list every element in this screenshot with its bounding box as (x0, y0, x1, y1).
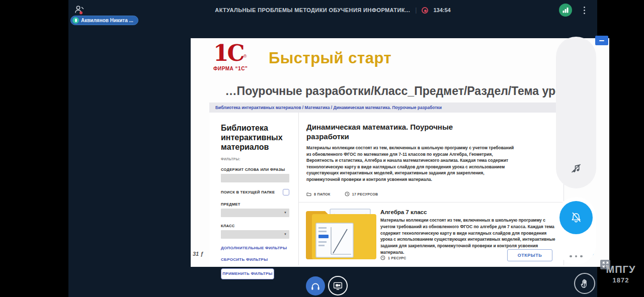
breadcrumb[interactable]: Библиотека интерактивных материалов / Ма… (209, 103, 564, 113)
more-menu-icon[interactable] (580, 4, 589, 16)
folder-meta: 8 ПАПОК 17 РЕСУРСОВ (306, 191, 378, 196)
additional-filters-link[interactable]: ДОПОЛНИТЕЛЬНЫЕ ФИЛЬТРЫ (221, 246, 289, 250)
subject-select[interactable] (221, 209, 289, 217)
folder-thumbnail (305, 206, 376, 261)
resource-icon (380, 255, 385, 260)
reset-filters-link[interactable]: СБРОСИТЬ ФИЛЬТРЫ (221, 257, 289, 262)
side-toolbar (556, 37, 596, 188)
screen-share-button[interactable] (328, 276, 348, 295)
topbar: АКТУАЛЬНЫЕ ПРОБЛЕМЫ МЕТОДИКИ ОБУЧЕНИЯ ИН… (68, 0, 597, 20)
active-speaker-chip[interactable]: Аквилянов Никита ... (70, 16, 138, 25)
course-card[interactable]: Алгебра 7 класс Материалы коллекции сост… (305, 206, 559, 263)
divider (299, 202, 564, 203)
class-select[interactable] (221, 230, 289, 239)
raise-hand-button[interactable] (574, 273, 595, 294)
class-label: КЛАСС (221, 224, 289, 228)
topbar-divider: | (415, 7, 417, 14)
folder-description: Материалы коллекции состоят из тем, вклю… (306, 145, 518, 182)
logo-text: 1С (213, 40, 244, 66)
slide-footer-note: 31 ƒ (193, 251, 203, 257)
shared-screen-slide: 1С® ФИРМА “1С” Быстрый старт …Поурочные … (191, 38, 609, 267)
watermark-name: МПГУ (604, 264, 637, 275)
minimize-icon[interactable] (595, 36, 608, 45)
audio-output-button[interactable] (306, 276, 325, 295)
folders-icon (306, 192, 311, 196)
meeting-title: АКТУАЛЬНЫЕ ПРОБЛЕМЫ МЕТОДИКИ ОБУЧЕНИЯ ИН… (215, 7, 410, 13)
apply-filters-button[interactable]: ПРИМЕНИТЬ ФИЛЬТРЫ (221, 268, 274, 279)
hand-icon (579, 278, 590, 289)
recording-icon (422, 7, 428, 14)
filters-label: ФИЛЬТРЫ: (221, 157, 289, 161)
participants-icon[interactable] (73, 4, 86, 16)
music-off-icon[interactable] (570, 162, 582, 176)
call-area: АКТУАЛЬНЫЕ ПРОБЛЕМЫ МЕТОДИКИ ОБУЧЕНИЯ ИН… (68, 0, 597, 297)
current-folder-label: ПОИСК В ТЕКУЩЕЙ ПАПКЕ (221, 190, 275, 194)
logo-caption: ФИРМА “1С” (213, 66, 259, 71)
screenshot-root: АКТУАЛЬНЫЕ ПРОБЛЕМЫ МЕТОДИКИ ОБУЧЕНИЯ ИН… (0, 0, 644, 297)
search-input[interactable] (221, 174, 289, 182)
folder-heading: Динамическая математика. Поурочные разра… (306, 123, 482, 142)
headphones-icon (310, 280, 321, 291)
card-meta: 1 РЕСУРС (380, 255, 406, 260)
speaker-audio-icon (72, 17, 79, 24)
open-button[interactable]: ОТКРЫТЬ (507, 249, 552, 261)
resources-icon (345, 191, 350, 196)
active-speaker-name: Аквилянов Никита ... (81, 18, 133, 23)
subject-label: ПРЕДМЕТ (221, 202, 289, 207)
university-watermark: МПГУ 1872 (604, 264, 637, 284)
recording-timer: 134:54 (433, 7, 450, 13)
connection-quality-icon[interactable] (559, 4, 572, 17)
search-label: СОДЕРЖИТ СЛОВА ИЛИ ФРАЗЫ (221, 167, 289, 172)
notifications-panel (556, 197, 596, 264)
library-app-area: Библиотека интерактивных материалов ФИЛЬ… (209, 113, 564, 265)
current-folder-checkbox[interactable] (283, 189, 289, 195)
card-resources-count: 1 РЕСУРС (388, 256, 406, 260)
slide-title: Быстрый старт (269, 49, 391, 67)
screen-share-icon (333, 280, 343, 291)
1c-logo: 1С® ФИРМА “1С” (213, 42, 259, 71)
folders-count: 8 ПАПОК (314, 192, 331, 196)
watermark-year: 1872 (604, 276, 637, 284)
sidebar-title: Библиотека интерактивных материалов (221, 124, 289, 152)
slide-heading: …Поурочные разработки/Класс_Предмет/Разд… (191, 84, 609, 98)
bell-off-icon (569, 210, 584, 225)
registered-mark: ® (244, 54, 247, 59)
filters-sidebar: Библиотека интерактивных материалов ФИЛЬ… (209, 113, 299, 265)
resources-count: 17 РЕСУРСОВ (352, 192, 378, 196)
folder-content: Динамическая математика. Поурочные разра… (299, 113, 564, 265)
card-title: Алгебра 7 класс (380, 209, 427, 215)
notifications-off-button[interactable] (559, 201, 593, 234)
more-options-icon[interactable] (556, 255, 596, 258)
